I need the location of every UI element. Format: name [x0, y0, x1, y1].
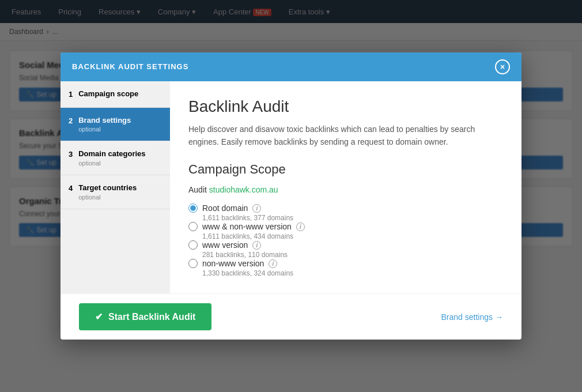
modal-header-title: BACKLINK AUDIT SETTINGS	[72, 62, 188, 71]
info-icon-root[interactable]: i	[252, 204, 261, 213]
sidebar-item-3-sub: optional	[78, 160, 145, 167]
modal-sidebar: 1 Campaign scope 2 Brand settings option…	[61, 81, 170, 294]
modal-body: 1 Campaign scope 2 Brand settings option…	[61, 81, 521, 294]
radio-non-www-sub: 1,330 backlinks, 324 domains	[202, 269, 503, 277]
sidebar-item-2-number: 2	[69, 116, 73, 125]
radio-root-domain-label: Root domain	[202, 203, 248, 213]
info-icon-www[interactable]: i	[252, 241, 261, 250]
brand-settings-arrow-icon: →	[495, 312, 503, 322]
audit-domain-line: Audit studiohawk.com.au	[188, 185, 503, 194]
radio-root-domain-input[interactable]	[188, 203, 198, 213]
sidebar-item-1-label: Campaign scope	[78, 89, 138, 99]
radio-options-group: Root domain i 1,611 backlinks, 377 domai…	[188, 203, 503, 277]
radio-www-non-www-input[interactable]	[188, 222, 198, 231]
brand-settings-link[interactable]: Brand settings →	[441, 312, 504, 322]
backlink-audit-modal: BACKLINK AUDIT SETTINGS × 1 Campaign sco…	[61, 52, 521, 340]
modal-page-title: Backlink Audit	[188, 97, 503, 116]
start-backlink-audit-button[interactable]: ✔ Start Backlink Audit	[79, 303, 211, 330]
sidebar-item-3-number: 3	[69, 150, 73, 159]
start-btn-label: Start Backlink Audit	[108, 312, 195, 322]
audit-domain-link[interactable]: studiohawk.com.au	[209, 185, 278, 194]
modal-main-content: Backlink Audit Help discover and disavow…	[170, 81, 521, 294]
sidebar-item-campaign-scope[interactable]: 1 Campaign scope	[61, 81, 170, 108]
radio-option-root-domain[interactable]: Root domain i 1,611 backlinks, 377 domai…	[188, 203, 503, 222]
radio-www-label: www version	[202, 240, 248, 250]
modal-page-description: Help discover and disavow toxic backlink…	[188, 123, 503, 149]
radio-www-non-www-label: www & non-www version	[202, 222, 292, 231]
radio-option-non-www[interactable]: non-www version i 1,330 backlinks, 324 d…	[188, 259, 503, 277]
audit-label: Audit	[188, 185, 207, 194]
radio-root-domain-sub: 1,611 backlinks, 377 domains	[202, 214, 503, 222]
sidebar-item-target-countries[interactable]: 4 Target countries optional	[61, 175, 170, 209]
sidebar-item-2-sub: optional	[78, 126, 131, 133]
sidebar-item-4-number: 4	[69, 184, 73, 193]
brand-settings-link-label: Brand settings	[441, 312, 493, 322]
sidebar-item-domain-categories[interactable]: 3 Domain categories optional	[61, 141, 170, 175]
modal-wrapper: BACKLINK AUDIT SETTINGS × 1 Campaign sco…	[0, 0, 582, 392]
sidebar-item-1-number: 1	[69, 90, 73, 99]
sidebar-item-brand-settings[interactable]: 2 Brand settings optional	[61, 108, 170, 142]
info-icon-non-www[interactable]: i	[269, 259, 277, 268]
radio-www-sub: 281 backlinks, 110 domains	[202, 251, 503, 259]
radio-option-www[interactable]: www version i 281 backlinks, 110 domains	[188, 240, 503, 259]
radio-non-www-input[interactable]	[188, 259, 198, 268]
info-icon-www-non-www[interactable]: i	[296, 223, 305, 231]
sidebar-item-3-label: Domain categories	[78, 149, 145, 159]
radio-www-non-www-sub: 1,611 backlinks, 434 domains	[202, 232, 503, 240]
modal-footer: ✔ Start Backlink Audit Brand settings →	[61, 293, 521, 340]
sidebar-item-4-sub: optional	[78, 194, 137, 201]
sidebar-item-2-label: Brand settings	[78, 116, 131, 126]
modal-close-button[interactable]: ×	[495, 59, 510, 74]
radio-non-www-label: non-www version	[202, 259, 264, 268]
sidebar-item-4-label: Target countries	[78, 183, 137, 193]
radio-option-www-non-www[interactable]: www & non-www version i 1,611 backlinks,…	[188, 222, 503, 240]
check-icon: ✔	[95, 311, 103, 322]
modal-header: BACKLINK AUDIT SETTINGS ×	[61, 52, 521, 81]
radio-www-input[interactable]	[188, 240, 198, 250]
campaign-scope-section-title: Campaign Scope	[188, 162, 503, 177]
